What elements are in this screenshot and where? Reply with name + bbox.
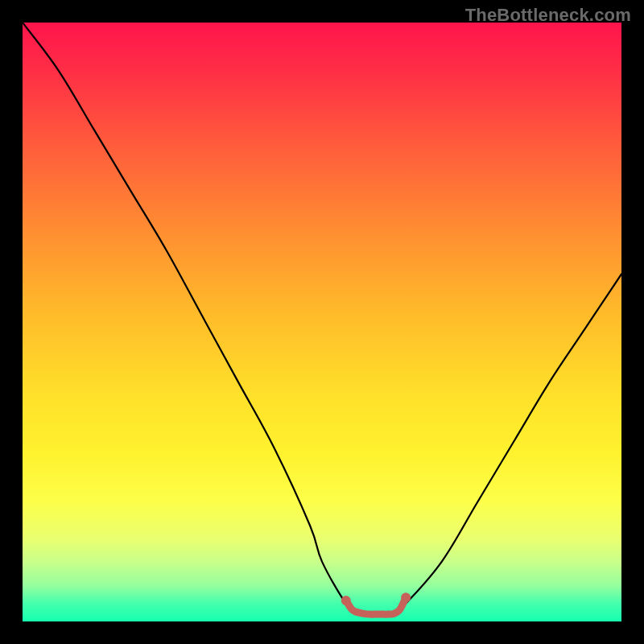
plateau-dot	[368, 611, 371, 614]
plateau-dot	[356, 609, 359, 613]
plot-area	[23, 23, 621, 621]
plateau-dot	[345, 597, 348, 601]
plateau-dot	[404, 594, 407, 597]
curve-svg	[23, 23, 621, 621]
plateau-dot	[380, 611, 383, 614]
chart-frame: TheBottleneck.com	[0, 0, 644, 644]
bottleneck-curve	[23, 23, 621, 613]
optimal-plateau	[346, 597, 406, 614]
watermark-text: TheBottleneck.com	[465, 5, 631, 26]
plateau-dot	[392, 610, 395, 613]
